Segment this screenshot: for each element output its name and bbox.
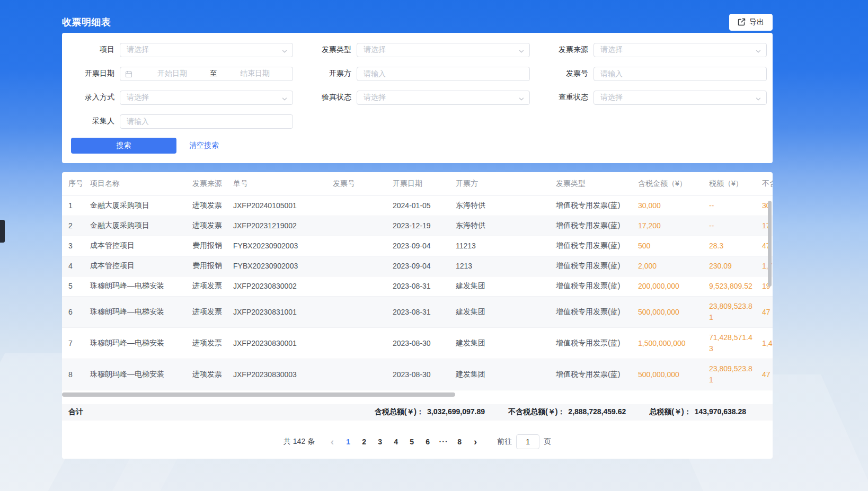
- column-header-project-name: 项目名称: [86, 172, 188, 195]
- cell-tax-amount: 28.3: [705, 236, 758, 256]
- filter-empty-cell: [545, 114, 782, 128]
- filter-invoice-date-label: 开票日期: [71, 69, 114, 78]
- cell-tax-amount: --: [705, 216, 758, 236]
- cell-invoice-no: [329, 359, 388, 390]
- cell-amount-without-tax: 1,4: [758, 327, 773, 359]
- vertical-scrollbar-thumb[interactable]: [768, 201, 772, 287]
- cell-invoice-type: 增值税专用发票(蓝): [552, 256, 634, 276]
- pagination: 共 142 条 ‹ 123456···8 › 前往 页: [62, 434, 773, 449]
- total-amount-without-tax: 不含税总额(￥)：2,888,728,459.62: [508, 407, 626, 417]
- cell-project-name: 金融大厦采购项目: [86, 195, 188, 216]
- cell-invoice-date: 2024-01-05: [388, 195, 451, 216]
- pagination-pages: 123456···8: [340, 434, 467, 449]
- cell-invoice-source: 费用报销: [188, 236, 229, 256]
- chevron-down-icon: [281, 47, 288, 57]
- pagination-page-6[interactable]: 6: [420, 434, 436, 449]
- filter-entry-method-select[interactable]: 请选择: [120, 91, 293, 105]
- cell-issuer: 建发集团: [451, 276, 552, 296]
- invoice-table: 序号项目名称发票来源单号发票号开票日期开票方发票类型含税金额（¥）税额（¥）不含…: [62, 172, 773, 390]
- cell-invoice-source: 进项发票: [188, 195, 229, 216]
- cell-invoice-date: 2023-08-31: [388, 276, 451, 296]
- cell-index: 2: [62, 216, 86, 236]
- cell-invoice-type: 增值税专用发票(蓝): [552, 195, 634, 216]
- filter-field-verification-status: 验真状态请选择: [308, 91, 545, 104]
- column-header-invoice-no: 发票号: [329, 172, 388, 195]
- export-button-label: 导出: [749, 17, 764, 27]
- pagination-page-4[interactable]: 4: [388, 434, 404, 449]
- cell-doc-no: JXFP20230831001: [229, 296, 329, 327]
- filter-duplicate-check-status-select[interactable]: 请选择: [594, 91, 767, 105]
- cell-invoice-source: 进项发票: [188, 327, 229, 359]
- select-placeholder: 请选择: [594, 93, 623, 102]
- column-header-issuer: 开票方: [451, 172, 552, 195]
- chevron-down-icon: [518, 47, 525, 57]
- pagination-page-3[interactable]: 3: [372, 434, 388, 449]
- clear-search-link[interactable]: 清空搜索: [189, 141, 219, 150]
- filter-project-select[interactable]: 请选择: [120, 43, 293, 57]
- filter-invoice-type-select[interactable]: 请选择: [357, 43, 530, 57]
- table-row: 7珠穆朗玛峰—电梯安装进项发票JXFP202308300012023-08-30…: [62, 327, 773, 359]
- cell-invoice-source: 费用报销: [188, 256, 229, 276]
- cell-invoice-date: 2023-08-30: [388, 359, 451, 390]
- table-row: 3成本管控项目费用报销FYBX202309020032023-09-041121…: [62, 236, 773, 256]
- cell-project-name: 成本管控项目: [86, 256, 188, 276]
- export-button[interactable]: 导出: [729, 14, 773, 31]
- cell-amount-without-tax: 47: [758, 359, 773, 390]
- page-header: 收票明细表 导出: [62, 0, 773, 33]
- cell-doc-no: JXFP20230830001: [229, 327, 329, 359]
- pagination-page-2[interactable]: 2: [356, 434, 372, 449]
- cell-issuer: 建发集团: [451, 327, 552, 359]
- cell-invoice-type: 增值税专用发票(蓝): [552, 236, 634, 256]
- cell-issuer: 东海特供: [451, 216, 552, 236]
- filter-invoice-type-label: 发票类型: [308, 45, 351, 55]
- pagination-next-button[interactable]: ›: [467, 434, 483, 449]
- cell-doc-no: JXFP20230830003: [229, 359, 329, 390]
- left-edge-drawer-handle[interactable]: [0, 220, 5, 243]
- pagination-goto-input[interactable]: [516, 434, 539, 449]
- horizontal-scrollbar-thumb[interactable]: [62, 392, 455, 397]
- filter-invoice-source-select[interactable]: 请选择: [594, 43, 767, 57]
- filter-field-invoice-type: 发票类型请选择: [308, 43, 545, 57]
- cell-tax-amount: 9,523,809.52: [705, 276, 758, 296]
- filter-issuer-label: 开票方: [308, 69, 351, 78]
- cell-invoice-type: 增值税专用发票(蓝): [552, 327, 634, 359]
- filter-field-issuer: 开票方: [308, 67, 545, 81]
- pagination-prev-button[interactable]: ‹: [324, 434, 340, 449]
- filter-field-invoice-date: 开票日期开始日期至结束日期: [71, 67, 308, 81]
- total-amount-with-tax: 含税总额(￥)：3,032,699,097.89: [375, 407, 485, 417]
- chevron-down-icon: [755, 95, 761, 104]
- filter-issuer-input[interactable]: [357, 67, 530, 81]
- cell-issuer: 建发集团: [451, 296, 552, 327]
- cell-index: 1: [62, 195, 86, 216]
- filter-invoice-no-input[interactable]: [594, 67, 767, 81]
- pagination-page-1[interactable]: 1: [340, 434, 356, 449]
- cell-tax-amount: 23,809,523.81: [705, 296, 758, 327]
- cell-issuer: 11213: [451, 236, 552, 256]
- calendar-icon: [125, 70, 132, 78]
- totals-groups: 含税总额(￥)：3,032,699,097.89 不含税总额(￥)：2,888,…: [375, 407, 773, 417]
- cell-project-name: 珠穆朗玛峰—电梯安装: [86, 327, 188, 359]
- search-button[interactable]: 搜索: [71, 138, 176, 154]
- cell-invoice-source: 进项发票: [188, 216, 229, 236]
- pagination-page-5[interactable]: 5: [404, 434, 420, 449]
- filter-invoice-date-range-picker[interactable]: 开始日期至结束日期: [120, 67, 293, 81]
- column-header-tax-amount: 税额（¥）: [705, 172, 758, 195]
- select-placeholder: 请选择: [594, 45, 623, 55]
- cell-index: 6: [62, 296, 86, 327]
- cell-invoice-type: 增值税专用发票(蓝): [552, 216, 634, 236]
- cell-invoice-no: [329, 216, 388, 236]
- filter-verification-status-select[interactable]: 请选择: [357, 91, 530, 105]
- filter-actions: 搜索 清空搜索: [71, 138, 773, 154]
- filter-collector-input[interactable]: [120, 114, 293, 129]
- filter-verification-status-label: 验真状态: [308, 93, 351, 102]
- cell-invoice-type: 增值税专用发票(蓝): [552, 296, 634, 327]
- cell-invoice-date: 2023-08-30: [388, 327, 451, 359]
- select-placeholder: 请选择: [357, 45, 386, 55]
- cell-doc-no: JXFP20231219002: [229, 216, 329, 236]
- chevron-down-icon: [281, 95, 288, 104]
- filter-field-project: 项目请选择: [71, 43, 308, 57]
- column-header-invoice-source: 发票来源: [188, 172, 229, 195]
- pagination-ellipsis[interactable]: ···: [436, 434, 451, 449]
- cell-amount-with-tax: 200,000,000: [634, 276, 705, 296]
- pagination-page-8[interactable]: 8: [451, 434, 467, 449]
